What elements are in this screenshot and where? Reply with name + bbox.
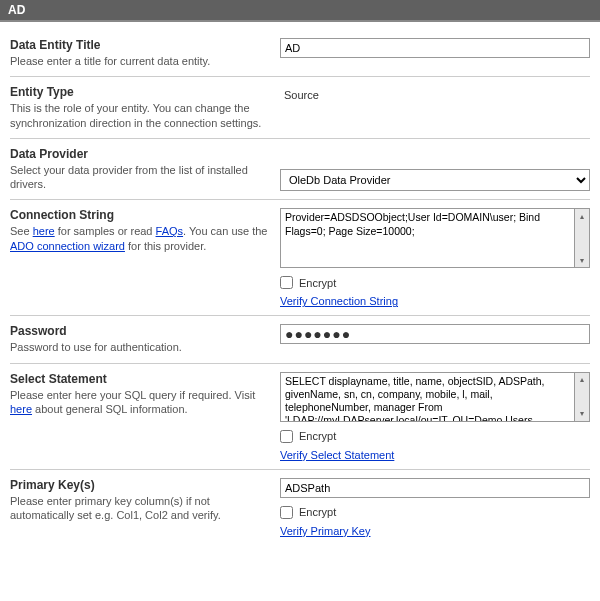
- link-verify-connection-string[interactable]: Verify Connection String: [280, 295, 590, 307]
- desc-password: Password to use for authentication.: [10, 341, 182, 353]
- link-here-sql[interactable]: here: [10, 403, 32, 415]
- checkbox-encrypt-select[interactable]: [280, 430, 293, 443]
- section-primary-keys: Primary Key(s) Please enter primary key …: [10, 470, 590, 545]
- section-entity-type: Entity Type This is the role of your ent…: [10, 77, 590, 139]
- input-primary-keys[interactable]: [280, 478, 590, 498]
- section-data-entity-title: Data Entity Title Please enter a title f…: [10, 30, 590, 77]
- input-password[interactable]: ●●●●●●●: [280, 324, 590, 344]
- scroll-up-icon[interactable]: ▴: [575, 373, 589, 387]
- label-connection-string: Connection String: [10, 208, 268, 222]
- scroll-up-icon[interactable]: ▴: [575, 209, 589, 223]
- label-encrypt-connection: Encrypt: [299, 277, 336, 289]
- link-here-samples[interactable]: here: [33, 225, 55, 237]
- title-bar: AD: [0, 0, 600, 22]
- desc-select-statement: Please enter here your SQL query if requ…: [10, 389, 255, 415]
- section-connection-string: Connection String See here for samples o…: [10, 200, 590, 316]
- section-data-provider: Data Provider Select your data provider …: [10, 139, 590, 201]
- label-encrypt-primary: Encrypt: [299, 506, 336, 518]
- label-password: Password: [10, 324, 268, 338]
- label-data-entity-title: Data Entity Title: [10, 38, 268, 52]
- title-bar-text: AD: [8, 3, 25, 17]
- textarea-select-statement[interactable]: SELECT displayname, title, name, objectS…: [280, 372, 575, 422]
- section-select-statement: Select Statement Please enter here your …: [10, 364, 590, 470]
- select-data-provider[interactable]: OleDb Data Provider: [280, 169, 590, 191]
- checkbox-encrypt-connection[interactable]: [280, 276, 293, 289]
- form-area: Data Entity Title Please enter a title f…: [0, 22, 600, 545]
- desc-connection-string: See here for samples or read FAQs. You c…: [10, 225, 267, 251]
- scrollbar-select-statement[interactable]: ▴ ▾: [575, 372, 590, 422]
- scrollbar-connection-string[interactable]: ▴ ▾: [575, 208, 590, 268]
- label-primary-keys: Primary Key(s): [10, 478, 268, 492]
- label-select-statement: Select Statement: [10, 372, 268, 386]
- desc-data-provider: Select your data provider from the list …: [10, 164, 248, 190]
- label-encrypt-select: Encrypt: [299, 430, 336, 442]
- value-entity-type: Source: [280, 85, 590, 101]
- desc-entity-type: This is the role of your entity. You can…: [10, 102, 261, 128]
- link-faqs[interactable]: FAQs: [156, 225, 184, 237]
- label-data-provider: Data Provider: [10, 147, 268, 161]
- input-data-entity-title[interactable]: [280, 38, 590, 58]
- label-entity-type: Entity Type: [10, 85, 268, 99]
- link-verify-primary-key[interactable]: Verify Primary Key: [280, 525, 590, 537]
- scroll-down-icon[interactable]: ▾: [575, 407, 589, 421]
- desc-data-entity-title: Please enter a title for current data en…: [10, 55, 210, 67]
- checkbox-encrypt-primary[interactable]: [280, 506, 293, 519]
- scroll-down-icon[interactable]: ▾: [575, 253, 589, 267]
- textarea-connection-string[interactable]: Provider=ADSDSOObject;User Id=DOMAIN\use…: [280, 208, 575, 268]
- link-verify-select-statement[interactable]: Verify Select Statement: [280, 449, 590, 461]
- link-ado-wizard[interactable]: ADO connection wizard: [10, 240, 125, 252]
- section-password: Password Password to use for authenticat…: [10, 316, 590, 363]
- desc-primary-keys: Please enter primary key column(s) if no…: [10, 495, 221, 521]
